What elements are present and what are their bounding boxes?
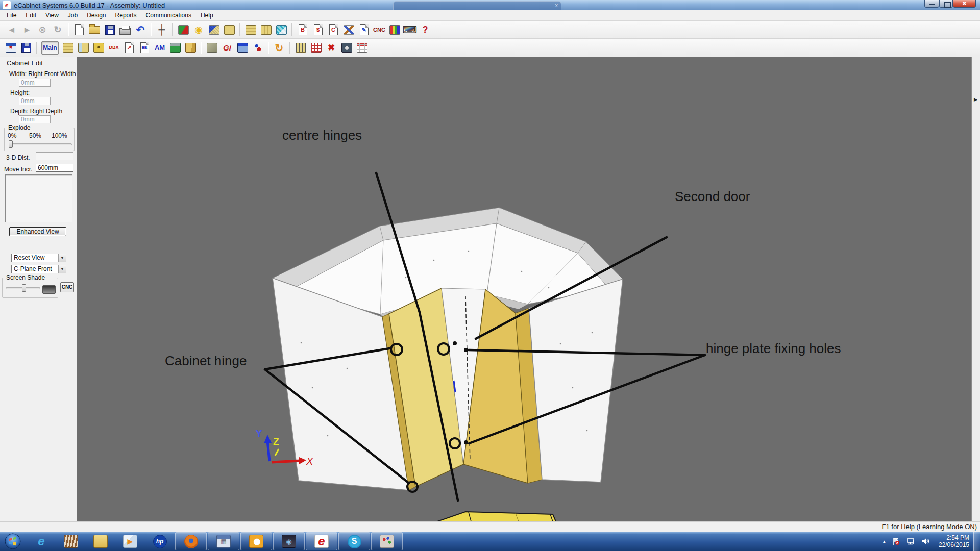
room-view-icon[interactable] <box>274 22 288 37</box>
cabinet-editor-icon[interactable] <box>61 41 75 55</box>
maximize-button[interactable] <box>939 0 953 8</box>
monitor-icon[interactable] <box>235 41 250 55</box>
save-view-icon[interactable] <box>19 41 33 55</box>
refresh-icon[interactable]: ↻ <box>51 22 65 37</box>
dist3d-input[interactable] <box>36 152 74 160</box>
explode-slider-track[interactable] <box>9 143 72 145</box>
camera-icon[interactable] <box>339 41 354 55</box>
menu-communications[interactable]: Communications <box>141 10 196 21</box>
right-panel-strip[interactable]: ▶ <box>971 57 980 521</box>
dbx-icon[interactable]: DBX <box>107 41 121 55</box>
shade-preview-button[interactable] <box>42 285 56 294</box>
title-bar[interactable]: e eCabinet Systems 6.0 Build 17 - Assemb… <box>0 0 980 10</box>
save-icon[interactable] <box>103 22 117 37</box>
close-button[interactable] <box>953 0 976 8</box>
calendar-icon[interactable] <box>355 41 369 55</box>
cnc-button[interactable]: CNC <box>60 282 74 292</box>
back-icon[interactable]: ◄ <box>5 22 19 37</box>
menu-reports[interactable]: Reports <box>111 10 141 21</box>
eb-doc-icon[interactable]: EB <box>137 41 152 55</box>
wood-piece-icon[interactable] <box>183 41 198 55</box>
taskbar-windows-explorer[interactable] <box>86 532 115 551</box>
gold-cabinet-icon[interactable] <box>222 22 236 37</box>
delete-icon[interactable]: ✖ <box>324 41 338 55</box>
help-icon[interactable]: ? <box>418 22 432 37</box>
texture-swatch-icon[interactable] <box>207 22 221 37</box>
refresh-model-icon[interactable]: ↻ <box>272 41 286 55</box>
export-doc-icon[interactable]: ↗ <box>122 41 136 55</box>
taskbar-ecabinet[interactable]: e <box>306 532 337 550</box>
cabinet-group-icon[interactable] <box>259 22 273 37</box>
cnc-icon[interactable]: CNC <box>372 22 386 37</box>
menu-design[interactable]: Design <box>82 10 110 21</box>
board-icon[interactable] <box>205 41 219 55</box>
keyboard-icon[interactable]: ⌨ <box>403 22 417 37</box>
taskbar-internet-explorer[interactable]: e <box>27 532 56 551</box>
menu-view[interactable]: View <box>41 10 63 21</box>
minimize-button[interactable] <box>924 0 939 8</box>
color-grid-icon[interactable] <box>387 22 402 37</box>
report-b-icon[interactable]: B <box>296 22 310 37</box>
taskbar-calculator[interactable]: ▦ <box>208 532 239 550</box>
adjust-sliders-icon[interactable]: ╪ <box>155 22 169 37</box>
chevron-down-icon[interactable]: ▼ <box>58 265 66 273</box>
tray-clock[interactable]: 2:54 PM 22/06/2015 <box>939 534 969 548</box>
stop-icon[interactable]: ⊗ <box>35 22 50 37</box>
screen-shade-thumb[interactable] <box>22 284 26 292</box>
cabinet-editor2-icon[interactable] <box>76 41 90 55</box>
gi-logo-icon[interactable]: Gi <box>220 41 234 55</box>
show-desktop-button[interactable] <box>973 532 980 551</box>
volume-icon[interactable] <box>921 537 930 545</box>
taskbar-computer-search[interactable]: ◉ <box>273 532 305 550</box>
reset-view-dropdown[interactable]: Reset View ▼ <box>11 254 66 262</box>
menu-file[interactable]: File <box>2 10 21 21</box>
3d-viewport[interactable]: Y Z X centre hinges Second door Cabinet … <box>77 57 971 521</box>
tab-close-icon[interactable]: x <box>555 2 558 8</box>
print-icon[interactable] <box>118 22 132 37</box>
explode-slider-thumb[interactable] <box>9 140 13 148</box>
action-center-flag-icon[interactable] <box>892 537 900 545</box>
chevron-down-icon[interactable]: ▼ <box>58 254 66 262</box>
move-incr-input[interactable] <box>36 164 74 172</box>
taskbar-paint[interactable] <box>371 532 403 550</box>
am-icon[interactable]: AM <box>153 41 167 55</box>
height-input[interactable] <box>19 97 51 105</box>
plumb-bob-icon[interactable]: ◉ <box>191 22 206 37</box>
drill-pattern-icon[interactable] <box>293 41 308 55</box>
main-button[interactable]: Main <box>40 41 60 55</box>
menu-edit[interactable]: Edit <box>21 10 41 21</box>
taskbar-outlook[interactable] <box>240 532 272 550</box>
taskbar-media-player[interactable]: ▶ <box>115 532 145 551</box>
expand-arrow-icon[interactable]: ▶ <box>974 97 977 102</box>
tray-expand-icon[interactable]: ▴ <box>883 538 886 545</box>
menu-help[interactable]: Help <box>196 10 218 21</box>
start-button[interactable] <box>3 532 22 551</box>
close-window-icon[interactable]: ✖ <box>4 41 18 55</box>
new-document-icon[interactable] <box>72 22 86 37</box>
background-window-tab[interactable]: x <box>393 1 561 10</box>
selection-listbox[interactable] <box>5 174 72 222</box>
width-input[interactable] <box>19 79 51 87</box>
materials-icon[interactable] <box>176 22 190 37</box>
measure-tools-icon[interactable] <box>341 22 356 37</box>
grid-table-icon[interactable] <box>309 41 323 55</box>
taskbar-fan-utility[interactable] <box>56 532 86 551</box>
cabinet-front-icon[interactable] <box>243 22 258 37</box>
snap-points-icon[interactable] <box>251 41 265 55</box>
report-c-icon[interactable]: C <box>326 22 340 37</box>
menu-job[interactable]: Job <box>63 10 82 21</box>
taskbar-firefox[interactable] <box>175 532 207 550</box>
taskbar-skype[interactable]: S <box>338 532 370 550</box>
undo-icon[interactable]: ↶ <box>133 22 148 37</box>
report-dollar-icon[interactable]: $ <box>311 22 325 37</box>
enhanced-view-button[interactable]: Enhanced View <box>9 227 66 236</box>
cplane-dropdown[interactable]: C-Plane Front ▼ <box>11 265 66 273</box>
edit-notes-icon[interactable]: ✎ <box>357 22 371 37</box>
saw-table-icon[interactable] <box>168 41 182 55</box>
forward-icon[interactable]: ► <box>20 22 34 37</box>
taskbar-hp[interactable]: hp <box>145 532 175 551</box>
network-icon[interactable] <box>906 537 915 545</box>
drawer-icon[interactable] <box>91 41 106 55</box>
depth-input[interactable] <box>19 115 51 123</box>
open-folder-icon[interactable] <box>87 22 102 37</box>
